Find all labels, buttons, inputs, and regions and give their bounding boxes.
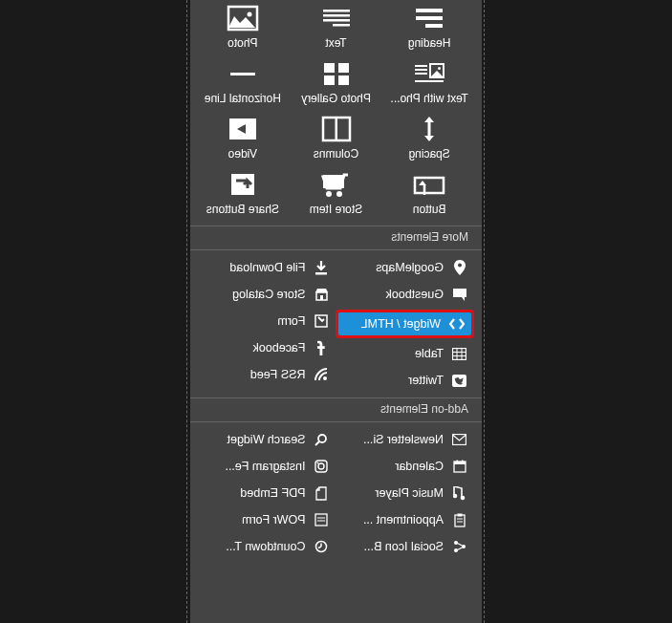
svg-point-53 bbox=[454, 541, 458, 545]
tile-label: Spacing bbox=[408, 147, 449, 161]
tile-video[interactable]: Video bbox=[197, 115, 289, 161]
item-label: GoogleMaps bbox=[376, 261, 444, 274]
svg-rect-43 bbox=[454, 462, 466, 464]
svg-rect-18 bbox=[324, 75, 335, 85]
item-rssfeed[interactable]: RSS Feed bbox=[198, 363, 336, 386]
clipboard-icon bbox=[451, 512, 468, 527]
video-icon bbox=[226, 115, 260, 143]
svg-line-67 bbox=[319, 547, 322, 548]
tile-label: Video bbox=[228, 147, 257, 161]
tile-storeitem[interactable]: Store Item bbox=[291, 170, 382, 216]
svg-rect-12 bbox=[415, 69, 427, 71]
svg-rect-45 bbox=[457, 461, 459, 463]
tile-label: Heading bbox=[408, 36, 451, 50]
svg-line-56 bbox=[458, 548, 463, 550]
twitter-icon bbox=[451, 373, 468, 388]
item-newsletter[interactable]: Newsletter Si... bbox=[336, 428, 475, 451]
item-label: Store Catalog bbox=[232, 288, 305, 301]
tile-sharebuttons[interactable]: Share Buttons bbox=[197, 170, 289, 216]
item-filedownload[interactable]: File Download bbox=[198, 256, 336, 279]
tile-label: Photo bbox=[228, 36, 257, 50]
tile-button[interactable]: Button bbox=[383, 170, 475, 216]
horizontal-line-icon bbox=[226, 59, 260, 88]
svg-rect-30 bbox=[453, 348, 466, 359]
tile-photogallery[interactable]: Photo Gallery bbox=[291, 59, 382, 105]
primary-elements-grid: Heading Text Photo bbox=[190, 0, 482, 226]
svg-point-47 bbox=[454, 493, 458, 498]
item-instagramfeed[interactable]: Instagram Fe... bbox=[198, 455, 336, 478]
item-powrform[interactable]: POWr Form bbox=[198, 508, 336, 531]
download-icon bbox=[314, 260, 331, 275]
tile-label: Photo Gallery bbox=[301, 92, 371, 105]
tile-spacing[interactable]: Spacing bbox=[383, 115, 475, 161]
svg-rect-16 bbox=[324, 63, 335, 73]
svg-line-55 bbox=[458, 544, 463, 547]
svg-rect-1 bbox=[416, 16, 443, 20]
tile-horizontalline[interactable]: Horizontal Line bbox=[197, 59, 289, 105]
svg-point-57 bbox=[319, 435, 327, 442]
tile-textwithphoto[interactable]: Text with Pho... bbox=[383, 59, 475, 105]
item-countdowntimer[interactable]: Countdown T... bbox=[198, 535, 336, 558]
svg-rect-15 bbox=[338, 63, 349, 73]
svg-rect-38 bbox=[320, 295, 323, 300]
item-appointment[interactable]: Appointment ... bbox=[336, 508, 475, 531]
store-item-icon bbox=[319, 170, 354, 199]
powr-icon bbox=[314, 512, 331, 527]
svg-rect-17 bbox=[338, 75, 349, 85]
svg-rect-5 bbox=[323, 19, 350, 22]
item-storecatalog[interactable]: Store Catalog bbox=[198, 283, 336, 306]
addon-elements-list: Newsletter Si... Calendar Music Player A… bbox=[190, 422, 482, 564]
section-title-more: More Elements bbox=[190, 226, 482, 250]
item-label: Social Icon B... bbox=[364, 540, 444, 553]
item-label: Countdown T... bbox=[226, 540, 305, 553]
item-guestbook[interactable]: Guestbook bbox=[336, 283, 475, 306]
form-icon bbox=[314, 313, 331, 329]
item-googlemaps[interactable]: GoogleMaps bbox=[336, 256, 475, 279]
music-note-icon bbox=[451, 485, 468, 501]
tile-columns[interactable]: Columns bbox=[291, 115, 382, 161]
item-facebook[interactable]: Facebook bbox=[198, 336, 336, 359]
svg-rect-62 bbox=[316, 514, 328, 526]
item-widgethtml[interactable]: Widget / HTML bbox=[339, 312, 472, 335]
item-twitter[interactable]: Twitter bbox=[336, 369, 475, 392]
item-form[interactable]: Form bbox=[198, 310, 336, 333]
svg-point-40 bbox=[324, 376, 328, 380]
rss-icon bbox=[314, 367, 331, 382]
item-table[interactable]: Table bbox=[336, 342, 475, 365]
photo-gallery-icon bbox=[319, 59, 354, 88]
item-label: Form bbox=[277, 314, 305, 328]
item-label: RSS Feed bbox=[250, 368, 306, 381]
svg-rect-6 bbox=[333, 24, 350, 27]
item-label: Widget / HTML bbox=[361, 317, 441, 331]
item-searchwidget[interactable]: Search Widget bbox=[198, 428, 336, 451]
envelope-icon bbox=[451, 432, 468, 447]
clock-icon bbox=[314, 539, 331, 554]
tile-photo[interactable]: Photo bbox=[197, 4, 289, 50]
svg-point-10 bbox=[438, 67, 441, 70]
search-icon bbox=[314, 432, 331, 447]
item-label: Music Player bbox=[375, 486, 444, 500]
item-musicplayer[interactable]: Music Player bbox=[336, 482, 475, 505]
item-calendar[interactable]: Calendar bbox=[336, 455, 475, 478]
svg-rect-11 bbox=[415, 65, 427, 67]
speech-bubble-icon bbox=[451, 287, 468, 302]
instagram-icon bbox=[314, 459, 331, 474]
pdf-file-icon bbox=[314, 485, 331, 501]
item-socialiconbar[interactable]: Social Icon B... bbox=[336, 535, 475, 558]
svg-point-29 bbox=[458, 264, 462, 268]
code-icon bbox=[448, 316, 466, 332]
svg-rect-14 bbox=[415, 80, 444, 82]
svg-rect-25 bbox=[323, 175, 344, 188]
tile-label: Store Item bbox=[310, 203, 362, 216]
svg-rect-48 bbox=[455, 515, 465, 526]
svg-point-46 bbox=[461, 495, 466, 500]
more-elements-list: GoogleMaps Guestbook Widget / HTML bbox=[190, 250, 482, 397]
photo-icon bbox=[226, 4, 260, 32]
tile-label: Text bbox=[326, 36, 347, 50]
button-icon bbox=[412, 170, 446, 199]
svg-rect-49 bbox=[458, 513, 463, 516]
tile-heading[interactable]: Heading bbox=[383, 4, 475, 50]
tile-text[interactable]: Text bbox=[291, 4, 382, 50]
item-pdfembed[interactable]: PDF Embed bbox=[198, 482, 336, 505]
tile-label: Button bbox=[413, 203, 446, 216]
